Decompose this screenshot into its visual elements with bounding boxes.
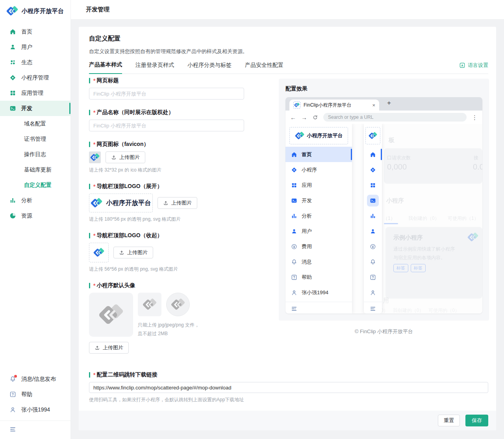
help-icon bbox=[370, 274, 376, 280]
resource-icon bbox=[9, 212, 16, 219]
brand-logo-icon bbox=[467, 232, 478, 243]
card-description: 自定义设置支持您按照自有的管理规范修改产品中的样式及相关资源。 bbox=[89, 48, 248, 55]
language-settings-button[interactable]: 语言设置 bbox=[459, 62, 488, 74]
bell-icon bbox=[370, 259, 376, 265]
sidebar-item-app-mgmt[interactable]: 应用管理 bbox=[0, 85, 70, 101]
sidebar-nav: 首页 用户 生态 小程序管理 应用管理 开发 域名配置 证书管理 操作日志 bbox=[0, 24, 70, 223]
sidebar-subitem-base-lib-update[interactable]: 基础库更新 bbox=[0, 162, 70, 177]
home-icon bbox=[370, 151, 376, 158]
collapse-icon bbox=[291, 306, 297, 312]
home-icon bbox=[291, 151, 297, 158]
sidebar-item-label: 用户 bbox=[21, 44, 32, 51]
sidebar: 小程序开放平台 首页 用户 生态 小程序管理 应用管理 开发 域名配置 bbox=[0, 0, 71, 439]
qr-link-input[interactable] bbox=[89, 382, 488, 393]
sidebar-item-miniapp-mgmt[interactable]: 小程序管理 bbox=[0, 70, 70, 85]
sidebar-subitem-operation-log[interactable]: 操作日志 bbox=[0, 147, 70, 162]
tab-product-basic-style[interactable]: 产品基本样式 bbox=[89, 61, 122, 74]
web-title-input[interactable] bbox=[89, 88, 244, 100]
preview-cnav-dev bbox=[364, 193, 382, 208]
field-label: * 产品名称（同时展示在版权处） bbox=[89, 109, 244, 116]
sidebar-item-messages[interactable]: 消息/信息发布 bbox=[0, 371, 70, 387]
product-name-input[interactable] bbox=[89, 120, 244, 131]
brand-logo-icon bbox=[98, 302, 124, 327]
required-asterisk: * bbox=[93, 232, 95, 239]
sidebar-item-ecosystem[interactable]: 生态 bbox=[0, 55, 70, 70]
preview-sidebar-expanded: 小程序开放平台 首页 小程序 应用 开发 分析 bbox=[285, 124, 352, 314]
upload-icon bbox=[163, 200, 169, 206]
terminal-icon bbox=[291, 197, 297, 204]
browser-toolbar: ← → Search or type a URL ⋮ bbox=[285, 111, 482, 124]
sidebar-item-account[interactable]: 张小强1994 bbox=[0, 402, 70, 417]
browser-tab: FinClip小程序开放平台 × bbox=[289, 100, 379, 111]
required-asterisk: * bbox=[93, 77, 95, 84]
field-label: * 配置二维码跳转下载链接 bbox=[89, 371, 488, 378]
sidebar-subitem-custom-config[interactable]: 自定义配置 bbox=[0, 177, 70, 193]
sidebar-subitem-cert-mgmt[interactable]: 证书管理 bbox=[0, 131, 70, 147]
ecosystem-icon bbox=[9, 59, 16, 66]
brand-logo-icon bbox=[143, 297, 157, 312]
preview-nav-users: 用户 bbox=[285, 223, 352, 239]
preview-cnav-messages bbox=[364, 254, 382, 269]
preview-cnav-account bbox=[364, 285, 382, 300]
logo-collapsed-preview bbox=[89, 243, 109, 262]
logo-collapsed-upload-button[interactable]: 上传图片 bbox=[113, 247, 153, 258]
brand-logo-icon bbox=[171, 297, 185, 312]
logo-expanded-upload-button[interactable]: 上传图片 bbox=[158, 197, 197, 209]
apps-icon bbox=[9, 90, 16, 96]
card-title: 自定义配置 bbox=[89, 35, 120, 43]
favicon-upload-button[interactable]: 上传图片 bbox=[106, 151, 145, 163]
tab-miniapp-category-tags[interactable]: 小程序分类与标签 bbox=[187, 62, 232, 74]
sidebar-subitem-domain-config[interactable]: 域名配置 bbox=[0, 116, 70, 131]
sidebar-item-analytics[interactable]: 分析 bbox=[0, 193, 70, 208]
sidebar-item-home[interactable]: 首页 bbox=[0, 24, 70, 39]
field-label: * 导航栏顶部LOGO（展开） bbox=[89, 183, 244, 190]
preview-nav-dev: 开发 bbox=[285, 193, 352, 208]
label-accent-bar bbox=[89, 184, 90, 189]
tab-product-security-config[interactable]: 产品安全性配置 bbox=[245, 62, 284, 74]
reset-button[interactable]: 重置 bbox=[438, 415, 460, 426]
required-asterisk: * bbox=[93, 183, 95, 190]
avatar-upload-button[interactable]: 上传图片 bbox=[89, 342, 129, 354]
brand-logo-icon bbox=[91, 197, 102, 209]
preview-cnav-analytics bbox=[364, 208, 382, 223]
miniapp-icon bbox=[291, 167, 297, 173]
sidebar-item-label: 小程序管理 bbox=[21, 74, 49, 81]
required-asterisk: * bbox=[93, 282, 95, 289]
upload-icon bbox=[111, 155, 117, 160]
app-root: { "app": { "brand": "小程序开放平台", "page_tit… bbox=[0, 0, 504, 439]
fee-icon bbox=[291, 243, 297, 250]
sidebar-item-development[interactable]: 开发 bbox=[0, 101, 70, 116]
sidebar-item-label: 分析 bbox=[21, 197, 32, 204]
brand-logo-icon bbox=[6, 5, 18, 17]
preview-nav-fees: 费用 bbox=[285, 239, 352, 254]
upload-icon bbox=[94, 345, 100, 350]
field-favicon: * 网页图标（favicon） 上传图片 请上传 32*32 px 的 ico … bbox=[89, 141, 244, 173]
required-asterisk: * bbox=[93, 372, 95, 378]
sidebar-item-label: 帮助 bbox=[21, 391, 32, 398]
miniapp-icon bbox=[370, 167, 376, 173]
field-web-title: * 网页标题 bbox=[89, 77, 244, 100]
field-logo-collapsed: * 导航栏顶部LOGO（收起） 上传图片 请上传 56*56 px 的透明 pn… bbox=[89, 232, 244, 273]
back-icon: ← bbox=[290, 114, 296, 120]
sidebar-item-help[interactable]: 帮助 bbox=[0, 387, 70, 402]
sidebar-item-label: 资源 bbox=[21, 212, 32, 220]
brand-title: 小程序开放平台 bbox=[22, 7, 64, 15]
favicon-hint: 请上传 32*32 px 的 ico 格式的图片 bbox=[89, 167, 244, 173]
sidebar-item-users[interactable]: 用户 bbox=[0, 39, 70, 55]
tab-register-login-style[interactable]: 注册登录页样式 bbox=[135, 62, 174, 74]
url-bar: Search or type a URL bbox=[323, 113, 467, 122]
browser-viewport: 板 口请求次数 0,000 接 0.0 小程序 （1） 我创建的（0） 可使用的… bbox=[285, 124, 482, 314]
preview-cnav-miniapp bbox=[364, 162, 382, 177]
sidebar-item-resources[interactable]: 资源 bbox=[0, 208, 70, 223]
preview-cnav-users bbox=[364, 223, 382, 239]
user-outline-icon bbox=[370, 290, 376, 296]
save-button[interactable]: 保存 bbox=[465, 415, 488, 426]
preview-nav-home: 首页 bbox=[285, 147, 352, 162]
analytics-icon bbox=[370, 213, 376, 219]
label-accent-bar bbox=[89, 283, 90, 288]
topbar: 开发管理 bbox=[71, 0, 504, 20]
label-accent-bar bbox=[89, 142, 90, 147]
field-default-avatar: * 小程序默认头像 只能上 bbox=[89, 282, 244, 354]
sidebar-collapse-button[interactable] bbox=[0, 421, 70, 437]
copyright-text: © FinClip 小程序开放平台 bbox=[279, 328, 489, 335]
